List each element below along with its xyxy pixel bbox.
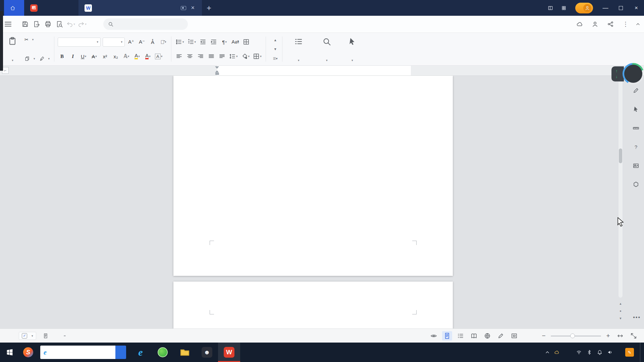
sogou-button[interactable]: S <box>19 343 37 362</box>
print-preview-button[interactable] <box>54 19 64 29</box>
left-indent-marker[interactable] <box>215 73 219 75</box>
font-size-select[interactable]: ▾ <box>103 38 125 47</box>
scrollbar-thumb[interactable] <box>619 148 622 163</box>
ocr-tool[interactable] <box>632 162 640 170</box>
tab-document[interactable]: W × <box>78 0 202 16</box>
minimize-button[interactable]: — <box>598 0 613 16</box>
select-tool[interactable] <box>632 105 640 113</box>
format-painter-button[interactable]: ▾ <box>38 54 51 63</box>
print-button[interactable] <box>43 19 53 29</box>
start-button[interactable] <box>0 343 19 362</box>
next-page-button[interactable]: ▼ <box>618 316 623 321</box>
web-view-button[interactable] <box>482 331 492 341</box>
highlight-button[interactable]: A▾ <box>133 52 142 61</box>
outline-view-button[interactable] <box>455 331 466 341</box>
share-button[interactable] <box>607 21 616 27</box>
font-color-button[interactable]: A▾ <box>144 52 152 61</box>
increase-font-button[interactable]: A⁺ <box>127 38 136 46</box>
more-options-icon[interactable]: ⋮ <box>623 20 629 28</box>
app-wps-office[interactable]: W <box>218 343 240 362</box>
app-game-center[interactable]: ☻ <box>196 343 218 362</box>
hamburger-menu-icon[interactable] <box>5 22 11 26</box>
copy-button[interactable]: ▾ <box>23 54 36 63</box>
app-file-explorer[interactable] <box>174 343 196 362</box>
screenshot-tool-icon[interactable]: ✎ <box>625 348 634 357</box>
apps-grid-icon[interactable] <box>557 5 571 11</box>
increase-indent-button[interactable] <box>209 38 218 46</box>
select-button[interactable]: ▾ <box>342 35 362 63</box>
missing-font-button[interactable] <box>64 336 68 336</box>
bullets-button[interactable]: ▾ <box>175 38 185 46</box>
edit-pen-button[interactable] <box>496 331 506 341</box>
taskbar-search-box[interactable]: e <box>40 346 115 359</box>
edit-pen-tool[interactable] <box>632 86 640 95</box>
browse-object-button[interactable]: ● <box>618 308 623 314</box>
maximize-button[interactable] <box>613 0 629 16</box>
book-view-button[interactable] <box>469 331 479 341</box>
paste-button[interactable]: ▾ <box>3 35 21 63</box>
shading-button[interactable]: ▾ <box>240 52 251 61</box>
page-12[interactable] <box>173 282 453 328</box>
volume-icon[interactable] <box>607 349 613 356</box>
spellcheck-toggle[interactable]: ✓ ▾ <box>19 332 36 340</box>
text-layout-button[interactable]: ▾ <box>286 35 311 63</box>
italic-button[interactable]: I <box>68 52 77 61</box>
borders-button[interactable]: ▾ <box>252 52 262 61</box>
vertical-scrollbar[interactable] <box>619 76 623 298</box>
command-search[interactable] <box>103 18 188 30</box>
char-border-button[interactable] <box>242 38 251 46</box>
undo-button[interactable]: ▾ <box>66 19 76 29</box>
cut-button[interactable]: ✂▾ <box>23 35 36 44</box>
export-button[interactable] <box>32 19 42 29</box>
close-tab-icon[interactable]: × <box>190 4 196 11</box>
align-center-button[interactable] <box>185 52 194 61</box>
previous-page-button[interactable]: ▲ <box>618 301 623 306</box>
login-button[interactable] <box>575 3 593 13</box>
proofread-button[interactable] <box>43 333 50 339</box>
char-shading-button[interactable]: A▾ <box>154 52 163 61</box>
tab-home[interactable] <box>4 0 24 16</box>
align-left-button[interactable] <box>175 52 183 61</box>
tab-stop-selector[interactable]: ⌐ <box>2 67 9 74</box>
page-11[interactable] <box>173 76 453 276</box>
line-spacing-button[interactable]: ▾ <box>228 52 238 61</box>
fit-page-button[interactable] <box>509 331 519 341</box>
underline-button[interactable]: U▾ <box>79 52 88 61</box>
window-switch-icon[interactable] <box>544 5 557 11</box>
paragraph-mark-button[interactable]: ¶▾ <box>220 38 229 46</box>
save-button[interactable] <box>20 19 30 29</box>
superscript-button[interactable]: x² <box>101 52 109 61</box>
bluetooth-icon[interactable] <box>586 349 592 356</box>
eye-protect-button[interactable] <box>429 331 439 341</box>
subscript-button[interactable]: x₂ <box>111 52 120 61</box>
zoom-slider[interactable] <box>551 331 601 341</box>
new-tab-button[interactable]: + <box>202 0 216 16</box>
pin-tab-icon[interactable] <box>181 6 186 10</box>
redo-button[interactable]: ▾ <box>77 19 87 29</box>
app-ie-browser[interactable]: e <box>129 343 152 362</box>
close-button[interactable]: × <box>629 0 644 16</box>
usage-gauge[interactable] <box>623 63 644 84</box>
notification-bell-icon[interactable] <box>596 349 603 356</box>
zoom-slider-thumb[interactable] <box>570 334 575 338</box>
zoom-out-button[interactable]: − <box>540 332 547 340</box>
help-tool[interactable]: ? <box>632 143 640 151</box>
find-replace-button[interactable]: ▾ <box>314 35 339 63</box>
search-go-button[interactable] <box>115 346 126 359</box>
strikethrough-button[interactable]: A▾ <box>90 52 99 61</box>
zoom-in-button[interactable]: + <box>604 332 612 340</box>
sync-status[interactable] <box>576 21 585 27</box>
more-tools-button[interactable]: ••• <box>633 314 641 320</box>
bold-button[interactable]: B <box>58 52 66 61</box>
clear-format-button[interactable]: A̽ <box>148 38 157 46</box>
hidden-icons-chevron[interactable] <box>545 350 550 355</box>
justify-button[interactable] <box>207 52 216 61</box>
ruler-tool[interactable] <box>632 124 640 132</box>
font-name-select[interactable]: ▾ <box>58 38 101 47</box>
collapse-ribbon-icon[interactable] <box>635 21 641 27</box>
numbering-button[interactable]: ▾ <box>187 38 197 46</box>
wifi-icon[interactable] <box>576 349 582 356</box>
align-right-button[interactable] <box>196 52 205 61</box>
tab-docer[interactable]: 稻 <box>24 0 46 16</box>
shapes-tool[interactable] <box>632 180 640 188</box>
